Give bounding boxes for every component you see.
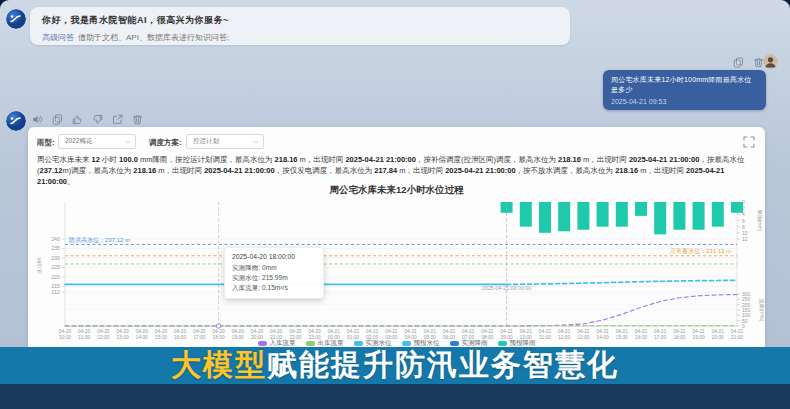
svg-text:流量(m³/s): 流量(m³/s) xyxy=(758,298,765,321)
svg-text:04-20: 04-20 xyxy=(155,329,168,334)
svg-text:04-21: 04-21 xyxy=(328,329,341,334)
svg-text:04-21: 04-21 xyxy=(577,329,590,334)
trash-icon[interactable] xyxy=(131,113,144,126)
svg-text:04-21: 04-21 xyxy=(404,329,417,334)
greeting-subtitle: 高级问答借助于文档、API、数据库表进行知识问答; xyxy=(42,32,558,43)
banner-highlight: 大模型 xyxy=(171,348,267,381)
svg-text:04-20: 04-20 xyxy=(116,329,129,334)
svg-text:降雨(mm): 降雨(mm) xyxy=(757,210,763,232)
svg-text:04-21: 04-21 xyxy=(654,329,667,334)
svg-text:正常蓄水位：231.13 m: 正常蓄水位：231.13 m xyxy=(670,248,731,254)
svg-text:04-21: 04-21 xyxy=(385,329,398,334)
copy-icon[interactable] xyxy=(51,113,64,126)
summary-text: 周公宅水库未来 12 小时 100.0 mm降雨，按控运计划调度，最高水位为 2… xyxy=(37,154,756,187)
svg-text:2025-04-21 09:00:00: 2025-04-21 09:00:00 xyxy=(482,285,531,291)
export-icon[interactable] xyxy=(111,113,124,126)
svg-text:04-21: 04-21 xyxy=(347,329,360,334)
svg-text:04-21: 04-21 xyxy=(539,329,552,334)
rain-type-label: 雨型: xyxy=(37,138,55,148)
svg-text:212: 212 xyxy=(51,289,60,295)
svg-text:04-21: 04-21 xyxy=(635,329,648,334)
svg-text:04-20: 04-20 xyxy=(308,329,321,334)
svg-text:04-21: 04-21 xyxy=(500,329,513,334)
svg-text:04-20: 04-20 xyxy=(212,329,225,334)
svg-text:04-21: 04-21 xyxy=(424,329,437,334)
svg-text:12: 12 xyxy=(742,236,748,242)
tooltip-row: 实测降雨: 0mm xyxy=(232,263,316,273)
svg-text:04-20: 04-20 xyxy=(136,329,149,334)
plan-select[interactable]: 控运计划 xyxy=(186,134,264,149)
user-avatar xyxy=(763,54,778,69)
tooltip-row: 实测水位: 215.99m xyxy=(232,273,316,283)
result-card: 雨型: 2022梅花 调度方案: 控运计划 周公宅水库未来 12 小时 100.… xyxy=(28,127,765,347)
svg-text:04-20: 04-20 xyxy=(59,329,72,334)
svg-text:235: 235 xyxy=(51,245,60,251)
chevron-down-icon xyxy=(253,140,259,145)
svg-text:04-20: 04-20 xyxy=(289,329,302,334)
svg-text:04-20: 04-20 xyxy=(232,329,245,334)
advanced-qa-desc: 借助于文档、API、数据库表进行知识问答; xyxy=(78,33,229,42)
svg-text:04-21: 04-21 xyxy=(616,329,629,334)
svg-text:04-21: 04-21 xyxy=(596,329,609,334)
svg-text:230: 230 xyxy=(51,255,60,261)
ai-avatar xyxy=(6,9,26,29)
footer-strip xyxy=(0,384,790,409)
user-message-time: 2025-04-21 09:53 xyxy=(611,98,758,105)
svg-text:04-21: 04-21 xyxy=(366,329,379,334)
rain-type-select[interactable]: 2022梅花 xyxy=(58,134,136,149)
svg-text:04-21: 04-21 xyxy=(520,329,533,334)
svg-text:04-21: 04-21 xyxy=(692,329,705,334)
svg-text:240: 240 xyxy=(51,236,60,242)
svg-text:水位/m: 水位/m xyxy=(36,257,42,274)
svg-text:04-20: 04-20 xyxy=(193,329,206,334)
fullscreen-icon[interactable] xyxy=(743,134,755,146)
copy-icon[interactable] xyxy=(732,56,745,69)
user-message-actions xyxy=(732,56,765,69)
greeting-title: 你好，我是甬水院智能AI，很高兴为你服务~ xyxy=(42,14,558,27)
svg-text:防洪高水位：237.12 m: 防洪高水位：237.12 m xyxy=(69,236,130,244)
chart-tooltip: 2025-04-20 18:00:00 实测降雨: 0mm实测水位: 215.9… xyxy=(224,247,324,299)
svg-text:225: 225 xyxy=(51,264,60,270)
svg-text:04-20: 04-20 xyxy=(97,329,110,334)
ai-message-actions xyxy=(31,113,144,126)
thumbs-up-icon[interactable] xyxy=(71,113,84,126)
tooltip-title: 2025-04-20 18:00:00 xyxy=(232,253,316,260)
svg-text:04-21: 04-21 xyxy=(443,329,456,334)
chart-title: 周公宅水库未来12小时水位过程 xyxy=(28,184,765,197)
user-message-text: 周公宅水库未来12小时100mm降雨最高水位是多少 xyxy=(611,75,758,95)
svg-text:04-20: 04-20 xyxy=(251,329,264,334)
svg-text:220: 220 xyxy=(51,274,60,280)
water-level-chart[interactable]: 240235230225220215212水位/m024681012降雨(mm)… xyxy=(28,198,765,346)
svg-text:04-21: 04-21 xyxy=(481,329,494,334)
svg-text:04-20: 04-20 xyxy=(78,329,91,334)
svg-text:04-20: 04-20 xyxy=(174,329,187,334)
app-window: 你好，我是甬水院智能AI，很高兴为你服务~ 高级问答借助于文档、API、数据库表… xyxy=(0,0,790,409)
svg-text:04-21: 04-21 xyxy=(712,329,725,334)
speaker-icon[interactable] xyxy=(31,113,44,126)
plan-label: 调度方案: xyxy=(149,138,182,148)
svg-text:04-20: 04-20 xyxy=(270,329,283,334)
svg-text:8: 8 xyxy=(742,224,745,230)
svg-text:04-21: 04-21 xyxy=(673,329,686,334)
advanced-qa-tag[interactable]: 高级问答 xyxy=(42,33,74,42)
banner-text: 大模型赋能提升防汛业务智慧化 xyxy=(171,345,619,386)
tooltip-row: 入库流量: 0.15m³/s xyxy=(232,283,316,293)
chevron-down-icon xyxy=(125,140,131,145)
svg-text:04-21: 04-21 xyxy=(462,329,475,334)
ai-greeting-bubble: 你好，我是甬水院智能AI，很高兴为你服务~ 高级问答借助于文档、API、数据库表… xyxy=(30,7,570,45)
thumbs-down-icon[interactable] xyxy=(91,113,104,126)
svg-text:04-21: 04-21 xyxy=(731,329,744,334)
ai-avatar xyxy=(6,111,26,131)
rain-type-value: 2022梅花 xyxy=(65,137,92,146)
banner: 大模型赋能提升防汛业务智慧化 xyxy=(0,347,790,384)
svg-text:04-21: 04-21 xyxy=(558,329,571,334)
svg-text:6: 6 xyxy=(742,218,745,224)
user-message-bubble: 周公宅水库未来12小时100mm降雨最高水位是多少 2025-04-21 09:… xyxy=(603,70,766,110)
svg-text:10: 10 xyxy=(742,230,748,236)
plan-value: 控运计划 xyxy=(193,137,219,146)
